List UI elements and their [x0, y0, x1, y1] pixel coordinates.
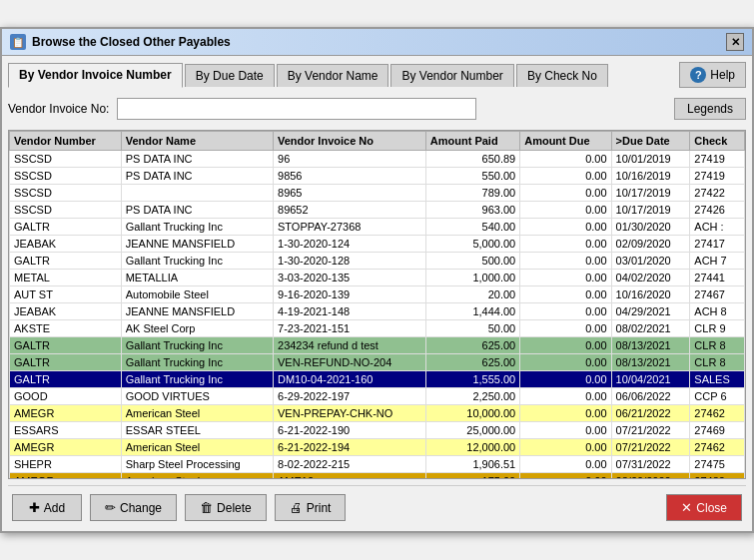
cell-vendor_num: GALTR	[10, 337, 122, 354]
add-button[interactable]: ✚ Add	[12, 494, 82, 521]
cell-due_date: 04/02/2020	[611, 270, 690, 286]
tab-vendor-name[interactable]: By Vendor Name	[277, 64, 389, 87]
table-row[interactable]: AKSTEAK Steel Corp7-23-2021-15150.000.00…	[10, 320, 745, 337]
col-header-amount-paid[interactable]: Amount Paid	[425, 132, 519, 151]
cell-amount_due: 0.00	[520, 422, 611, 439]
cell-vendor_num: SSCSD	[10, 202, 122, 219]
help-label: Help	[710, 68, 735, 82]
table-row[interactable]: GALTRGallant Trucking IncSTOPPAY-2736854…	[10, 219, 745, 236]
cell-due_date: 03/01/2020	[611, 253, 690, 270]
cell-invoice_no: 1-30-2020-128	[274, 253, 426, 270]
table-row[interactable]: AMEGRAmerican SteelVEN-PREPAY-CHK-NO10,0…	[10, 405, 745, 422]
cell-check: ACH 7	[690, 253, 745, 270]
cell-due_date: 08/20/2022	[611, 473, 690, 480]
cell-vendor_num: SSCSD	[10, 185, 122, 202]
table-row[interactable]: AUT STAutomobile Steel9-16-2020-13920.00…	[10, 286, 745, 303]
table-row[interactable]: SSCSDPS DATA INC89652963.000.0010/17/201…	[10, 202, 745, 219]
cell-amount_due: 0.00	[520, 270, 611, 286]
cell-vendor_num: SHEPR	[10, 456, 122, 473]
cell-invoice_no: AME12	[274, 473, 426, 480]
tab-check-no[interactable]: By Check No	[516, 64, 608, 87]
cell-check: SALES	[690, 371, 745, 388]
cell-due_date: 06/06/2022	[611, 388, 690, 405]
change-button[interactable]: ✏ Change	[90, 494, 177, 521]
tab-bar: By Vendor Invoice Number By Due Date By …	[8, 62, 746, 88]
cell-vendor_num: GALTR	[10, 253, 122, 270]
table-row[interactable]: SSCSDPS DATA INC96650.890.0010/01/201927…	[10, 151, 745, 168]
cell-vendor_num: GOOD	[10, 388, 122, 405]
cell-invoice_no: 234234 refund d test	[274, 337, 426, 354]
col-header-due-date[interactable]: >Due Date	[611, 132, 690, 151]
cell-vendor_num: AUT ST	[10, 286, 122, 303]
cell-vendor_name: Sharp Steel Processing	[121, 456, 273, 473]
help-icon: ?	[690, 67, 706, 83]
col-header-invoice-no[interactable]: Vendor Invoice No	[274, 132, 426, 151]
cell-invoice_no: 9856	[274, 168, 426, 185]
table-row[interactable]: GALTRGallant Trucking Inc234234 refund d…	[10, 337, 745, 354]
window-close-button[interactable]: ✕	[726, 33, 744, 51]
data-table-container[interactable]: Vendor Number Vendor Name Vendor Invoice…	[8, 130, 746, 479]
cell-check: 27462	[690, 405, 745, 422]
table-row[interactable]: JEABAKJEANNE MANSFIELD1-30-2020-1245,000…	[10, 236, 745, 253]
cell-amount_paid: 1,000.00	[425, 270, 519, 286]
cell-amount_paid: 50.00	[425, 320, 519, 337]
cell-amount_paid: 2,250.00	[425, 388, 519, 405]
table-row[interactable]: JEABAKJEANNE MANSFIELD4-19-2021-1481,444…	[10, 303, 745, 320]
table-row[interactable]: SHEPRSharp Steel Processing8-02-2022-215…	[10, 456, 745, 473]
close-label: Close	[696, 501, 727, 515]
cell-due_date: 08/13/2021	[611, 337, 690, 354]
cell-amount_paid: 25,000.00	[425, 422, 519, 439]
cell-vendor_name: American Steel	[121, 473, 273, 480]
cell-amount_due: 0.00	[520, 151, 611, 168]
search-input[interactable]	[117, 98, 476, 120]
cell-due_date: 07/21/2022	[611, 422, 690, 439]
cell-amount_due: 0.00	[520, 473, 611, 480]
cell-vendor_num: ESSARS	[10, 422, 122, 439]
col-header-check[interactable]: Check	[690, 132, 745, 151]
tab-vendor-invoice[interactable]: By Vendor Invoice Number	[8, 63, 183, 88]
cell-check: CLR 8	[690, 337, 745, 354]
table-row[interactable]: AMEGRAmerican Steel6-21-2022-19412,000.0…	[10, 439, 745, 456]
delete-button[interactable]: 🗑 Delete	[185, 494, 267, 521]
cell-amount_due: 0.00	[520, 456, 611, 473]
cell-amount_paid: 1,906.51	[425, 456, 519, 473]
table-row[interactable]: GALTRGallant Trucking Inc1-30-2020-12850…	[10, 253, 745, 270]
table-row[interactable]: GALTRGallant Trucking IncVEN-REFUND-NO-2…	[10, 354, 745, 371]
close-button[interactable]: ✕ Close	[666, 494, 742, 521]
legends-button[interactable]: Legends	[674, 98, 746, 120]
table-row[interactable]: SSCSD8965789.000.0010/17/201927422	[10, 185, 745, 202]
cell-invoice_no: 3-03-2020-135	[274, 270, 426, 286]
print-button[interactable]: 🖨 Print	[275, 494, 347, 521]
cell-invoice_no: STOPPAY-27368	[274, 219, 426, 236]
col-header-vendor-name[interactable]: Vendor Name	[121, 132, 273, 151]
cell-vendor_name: Automobile Steel	[121, 286, 273, 303]
help-button[interactable]: ? Help	[679, 62, 746, 88]
tab-vendor-number[interactable]: By Vendor Number	[390, 64, 513, 87]
cell-amount_paid: 625.00	[425, 354, 519, 371]
cell-amount_due: 0.00	[520, 253, 611, 270]
cell-amount_paid: 550.00	[425, 168, 519, 185]
cell-amount_paid: 625.00	[425, 337, 519, 354]
table-row[interactable]: ESSARSESSAR STEEL6-21-2022-19025,000.000…	[10, 422, 745, 439]
cell-due_date: 10/16/2020	[611, 286, 690, 303]
table-row[interactable]: METALMETALLIA3-03-2020-1351,000.000.0004…	[10, 270, 745, 286]
cell-vendor_name: PS DATA INC	[121, 202, 273, 219]
window-title: Browse the Closed Other Payables	[32, 35, 231, 49]
cell-due_date: 02/09/2020	[611, 236, 690, 253]
cell-check: 27419	[690, 168, 745, 185]
cell-amount_due: 0.00	[520, 202, 611, 219]
table-row[interactable]: AMEGRAmerican SteelAME12175.000.0008/20/…	[10, 473, 745, 480]
tab-due-date[interactable]: By Due Date	[185, 64, 275, 87]
cell-amount_due: 0.00	[520, 320, 611, 337]
col-header-vendor-num[interactable]: Vendor Number	[10, 132, 122, 151]
cell-invoice_no: 4-19-2021-148	[274, 303, 426, 320]
cell-vendor_name: American Steel	[121, 405, 273, 422]
cell-invoice_no: 6-21-2022-194	[274, 439, 426, 456]
table-row[interactable]: GALTRGallant Trucking IncDM10-04-2021-16…	[10, 371, 745, 388]
cell-due_date: 08/13/2021	[611, 354, 690, 371]
table-row[interactable]: SSCSDPS DATA INC9856550.000.0010/16/2019…	[10, 168, 745, 185]
cell-check: CLR 8	[690, 354, 745, 371]
cell-invoice_no: 7-23-2021-151	[274, 320, 426, 337]
table-row[interactable]: GOODGOOD VIRTUES6-29-2022-1972,250.000.0…	[10, 388, 745, 405]
col-header-amount-due[interactable]: Amount Due	[520, 132, 611, 151]
